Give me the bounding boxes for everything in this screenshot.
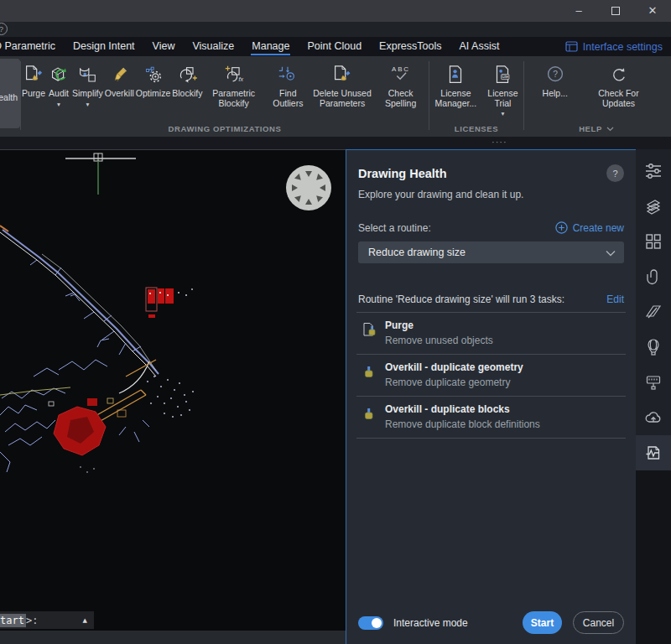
maximize-icon: [611, 7, 620, 15]
maximize-button[interactable]: [597, 7, 634, 15]
task-title: Overkill - duplicate blocks: [385, 403, 540, 415]
ribbon-button-blockify[interactable]: Blockify: [171, 60, 203, 101]
svg-text:fx: fx: [238, 76, 243, 82]
blockify-icon: [175, 62, 199, 89]
menu-tab-visualize[interactable]: Visualize: [191, 38, 235, 55]
ribbon-button-optimize[interactable]: Optimize: [135, 60, 171, 101]
ribbon-label: Audit: [49, 89, 69, 99]
cad-viewport[interactable]: [0, 149, 346, 631]
menu-tab-design-intent[interactable]: Design Intent: [72, 38, 136, 55]
ribbon-label: Delete Unused Parameters: [313, 89, 372, 108]
command-line-prompt: >:: [26, 615, 38, 626]
ribbon-label: Find Outliers: [265, 89, 311, 108]
ribbon-label: Simplify: [72, 89, 103, 99]
close-button[interactable]: ✕: [634, 0, 671, 22]
menu-tab-ai-assist[interactable]: AI Assist: [458, 38, 500, 55]
overkill-task-icon: [362, 364, 377, 382]
task-desc: Remove duplicate geometry: [385, 377, 523, 388]
ribbon-label: Help...: [543, 89, 568, 99]
ribbon-group-label: HELP: [524, 124, 668, 133]
ribbon-label: Overkill: [105, 89, 134, 99]
panel-tab-strip: [636, 149, 671, 644]
interactive-mode-toggle[interactable]: [358, 616, 383, 630]
command-line-expand-icon[interactable]: ▲: [83, 617, 87, 624]
sheet-pencil-icon[interactable]: [636, 294, 671, 330]
ribbon-group-drawing-optimizations: Purge Audit ▼ Simplify ▼: [21, 56, 429, 137]
menu-tab-manage[interactable]: Manage: [251, 38, 290, 55]
toggle-knob: [372, 618, 382, 628]
minimize-button[interactable]: –: [560, 0, 597, 22]
ribbon-label: Check Spelling: [373, 89, 428, 108]
caret-down-icon: ▼: [500, 111, 505, 117]
find-outliers-icon: [276, 62, 299, 89]
panel-drag-handle[interactable]: ····: [492, 137, 507, 147]
group-chevron-icon[interactable]: [606, 127, 614, 132]
edit-link[interactable]: Edit: [606, 293, 624, 305]
blocks-grid-icon[interactable]: [636, 224, 671, 259]
ribbon-button-license-trial[interactable]: Lite License Trial ▼: [482, 60, 523, 118]
ribbon-button-check-spelling[interactable]: ABC Check Spelling: [372, 60, 429, 110]
interface-settings-label: Interface settings: [583, 41, 663, 53]
start-button[interactable]: Start: [523, 611, 562, 634]
caret-down-icon: ▼: [85, 101, 90, 107]
check-spelling-icon: ABC: [387, 62, 415, 89]
ribbon-label: Parametric Blockify: [204, 89, 263, 108]
divider: [356, 438, 626, 439]
ribbon-button-find-outliers[interactable]: Find Outliers: [264, 60, 312, 110]
optimize-icon: [142, 62, 165, 89]
ribbon-label: Check For Updates: [586, 89, 650, 108]
ribbon-group-label: LICENSES: [429, 124, 523, 133]
ribbon-button-help[interactable]: ? Help...: [542, 60, 569, 101]
drawing-health-panel: Drawing Health ? Explore your drawing an…: [346, 149, 636, 644]
overkill-task-icon: [362, 406, 377, 424]
svg-text:?: ?: [553, 70, 558, 79]
title-bar: – ✕: [0, 0, 671, 22]
license-manager-icon: [444, 62, 467, 89]
task-row-overkill-blocks[interactable]: Overkill - duplicate blocks Remove dupli…: [346, 397, 636, 431]
interface-settings-button[interactable]: Interface settings: [565, 41, 663, 53]
ribbon-button-simplify[interactable]: Simplify ▼: [71, 60, 104, 109]
panel-subtitle: Explore your drawing and clean it up.: [346, 182, 636, 200]
attachments-paperclip-icon[interactable]: [636, 259, 671, 294]
panel-help-button[interactable]: ?: [606, 164, 624, 182]
menu-tab-view[interactable]: View: [152, 38, 176, 55]
ribbon-button-check-for-updates[interactable]: Check For Updates: [585, 60, 651, 110]
create-new-button[interactable]: Create new: [555, 221, 624, 234]
command-line-input[interactable]: tart >: ▲: [0, 611, 94, 629]
ribbon-label: Blockify: [172, 89, 202, 99]
menu-tab-parametric[interactable]: D Parametric: [0, 38, 56, 55]
ribbon-button-drawing-health-active[interactable]: Drawing Health: [0, 59, 20, 128]
hatch-trowel-icon[interactable]: [636, 365, 671, 400]
task-desc: Remove duplicate block definitions: [385, 418, 540, 430]
ribbon-button-delete-unused-parameters[interactable]: Delete Unused Parameters: [312, 60, 372, 110]
svg-text:Lite: Lite: [502, 75, 509, 79]
minimize-icon: –: [575, 4, 581, 17]
help-circle-icon[interactable]: ?: [0, 23, 8, 35]
task-row-purge[interactable]: Purge Remove unused objects: [346, 313, 636, 347]
ribbon-button-overkill[interactable]: Overkill: [104, 60, 135, 101]
task-desc: Remove unused objects: [385, 335, 493, 346]
cancel-button[interactable]: Cancel: [573, 611, 624, 634]
simplify-icon: [75, 62, 99, 89]
ribbon-button-parametric-blockify[interactable]: fx Parametric Blockify: [203, 60, 263, 110]
routine-dropdown[interactable]: Reduce drawing size: [358, 242, 624, 263]
menu-bar: D Parametric Design Intent View Visualiz…: [0, 37, 671, 56]
cloud-upload-icon[interactable]: [636, 400, 671, 435]
delete-unused-parameters-icon: [330, 62, 354, 89]
ribbon-group-licenses: License Manager... Lite License Trial ▼ …: [429, 56, 523, 137]
task-row-overkill-geometry[interactable]: Overkill - duplicate geometry Remove dup…: [346, 355, 636, 389]
menu-tab-point-cloud[interactable]: Point Cloud: [306, 38, 362, 55]
purge-icon: [22, 62, 45, 89]
caret-down-icon: ▼: [56, 101, 61, 107]
ribbon-button-license-manager[interactable]: License Manager...: [429, 60, 482, 110]
hot-air-balloon-icon[interactable]: [636, 330, 671, 365]
ribbon: Drawing Health Purge Audit ▼: [0, 56, 671, 137]
menu-tab-expresstools[interactable]: ExpressTools: [378, 38, 442, 55]
overkill-icon: [107, 62, 131, 89]
ribbon-button-audit[interactable]: Audit ▼: [46, 60, 71, 109]
layers-icon[interactable]: [636, 189, 671, 224]
drawing-health-pulse-icon[interactable]: [636, 435, 671, 470]
ribbon-button-purge[interactable]: Purge: [21, 60, 46, 101]
audit-icon: [47, 62, 70, 89]
properties-sliders-icon[interactable]: [636, 153, 671, 189]
